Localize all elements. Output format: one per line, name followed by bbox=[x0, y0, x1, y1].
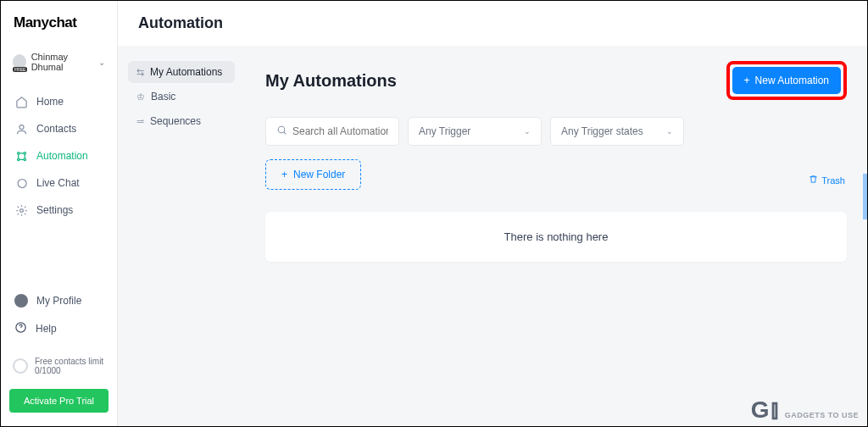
progress-circle-icon bbox=[13, 358, 28, 374]
secondary-sidebar: ⇆ My Automations ♔ Basic ⥬ Sequences bbox=[118, 46, 245, 426]
svg-point-1 bbox=[17, 152, 19, 154]
svg-point-7 bbox=[278, 126, 285, 133]
nav-home[interactable]: Home bbox=[9, 89, 108, 114]
svg-point-4 bbox=[24, 158, 26, 161]
basic-icon: ♔ bbox=[136, 92, 145, 103]
automation-icon bbox=[14, 149, 28, 163]
button-label: New Automation bbox=[755, 75, 829, 86]
nav-label: Help bbox=[36, 323, 57, 335]
dropdown-value: Any Trigger states bbox=[561, 125, 643, 137]
content-panel: My Automations + New Automation An bbox=[245, 46, 867, 426]
nav-label: Automation bbox=[36, 150, 88, 162]
gear-icon bbox=[14, 203, 28, 217]
button-label: New Folder bbox=[293, 169, 345, 180]
secnav-sequences[interactable]: ⥬ Sequences bbox=[128, 110, 235, 132]
plan-badge: FREE bbox=[13, 67, 27, 72]
secnav-basic[interactable]: ♔ Basic bbox=[128, 86, 235, 108]
nav-label: Contacts bbox=[36, 123, 76, 135]
profile-avatar-icon bbox=[14, 294, 28, 308]
filter-row: Any Trigger ⌄ Any Trigger states ⌄ bbox=[265, 117, 847, 146]
nav-label: My Profile bbox=[36, 295, 81, 307]
nav-settings[interactable]: Settings bbox=[9, 197, 108, 223]
activate-pro-button[interactable]: Activate Pro Trial bbox=[9, 389, 108, 413]
nav-livechat[interactable]: Live Chat bbox=[9, 170, 108, 196]
limit-value: 0/1000 bbox=[35, 366, 103, 375]
new-folder-button[interactable]: + New Folder bbox=[265, 159, 361, 190]
trash-icon bbox=[809, 175, 818, 186]
main-area: Automation ⇆ My Automations ♔ Basic ⥬ Se… bbox=[118, 1, 867, 426]
chevron-down-icon: ⌄ bbox=[98, 58, 105, 67]
nav-label: Live Chat bbox=[36, 177, 80, 189]
brand-logo: Manychat bbox=[9, 14, 108, 31]
avatar: FREE bbox=[13, 54, 26, 69]
limit-label: Free contacts limit bbox=[35, 357, 103, 366]
plus-icon: + bbox=[744, 75, 750, 86]
contacts-limit: Free contacts limit 0/1000 bbox=[9, 352, 108, 380]
search-input[interactable] bbox=[292, 125, 388, 137]
svg-point-5 bbox=[19, 208, 23, 212]
annotation-highlight: + New Automation bbox=[726, 61, 847, 100]
plus-icon: + bbox=[281, 169, 287, 180]
secnav-label: Basic bbox=[151, 91, 175, 103]
chevron-down-icon: ⌄ bbox=[666, 127, 673, 136]
account-selector[interactable]: FREE Chinmay Dhumal ⌄ bbox=[9, 48, 108, 75]
secnav-label: Sequences bbox=[150, 115, 201, 127]
trash-link[interactable]: Trash bbox=[809, 175, 845, 186]
svg-point-3 bbox=[17, 158, 19, 161]
empty-state: There is nothing here bbox=[265, 212, 847, 262]
nav-contacts[interactable]: Contacts bbox=[9, 116, 108, 141]
svg-point-2 bbox=[24, 152, 26, 154]
sidebar-bottom: My Profile Help Free contacts limit 0/10… bbox=[9, 289, 108, 413]
chevron-down-icon: ⌄ bbox=[524, 127, 531, 136]
watermark: G⫿ GADGETS TO USE bbox=[751, 401, 859, 419]
search-input-wrap[interactable] bbox=[265, 117, 399, 146]
nav-my-profile[interactable]: My Profile bbox=[9, 289, 108, 313]
link-label: Trash bbox=[821, 175, 845, 186]
new-automation-button[interactable]: + New Automation bbox=[732, 67, 841, 94]
home-icon bbox=[14, 95, 28, 108]
search-icon bbox=[276, 125, 287, 138]
svg-point-0 bbox=[19, 125, 24, 129]
sequences-icon: ⥬ bbox=[136, 116, 144, 127]
help-icon bbox=[14, 321, 27, 336]
nav-list: Home Contacts Automation Live Chat Setti… bbox=[9, 89, 108, 223]
flow-icon: ⇆ bbox=[136, 67, 144, 78]
chat-icon bbox=[14, 176, 28, 190]
panel-title: My Automations bbox=[265, 71, 397, 91]
account-name: Chinmay Dhumal bbox=[31, 52, 93, 72]
dropdown-value: Any Trigger bbox=[419, 125, 470, 137]
nav-help[interactable]: Help bbox=[9, 316, 108, 341]
scrollbar-indicator bbox=[863, 174, 867, 219]
contacts-icon bbox=[14, 122, 28, 136]
page-title: Automation bbox=[118, 1, 867, 46]
primary-sidebar: Manychat FREE Chinmay Dhumal ⌄ Home Cont… bbox=[1, 1, 118, 426]
trigger-filter-dropdown[interactable]: Any Trigger ⌄ bbox=[408, 117, 542, 146]
secnav-my-automations[interactable]: ⇆ My Automations bbox=[128, 61, 235, 83]
state-filter-dropdown[interactable]: Any Trigger states ⌄ bbox=[550, 117, 684, 146]
secnav-label: My Automations bbox=[150, 66, 222, 78]
nav-label: Settings bbox=[36, 204, 73, 216]
nav-label: Home bbox=[36, 96, 64, 108]
nav-automation[interactable]: Automation bbox=[9, 143, 108, 169]
